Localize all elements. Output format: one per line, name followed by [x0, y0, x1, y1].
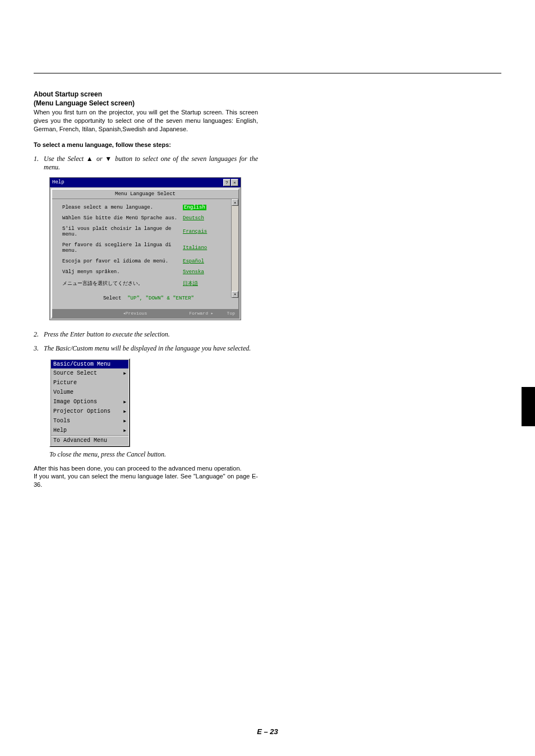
menu-item-label: To Advanced Menu [53, 437, 107, 444]
submenu-arrow-icon: ▶ [123, 428, 126, 433]
menu-item-label: Image Options [53, 399, 97, 405]
menu-item[interactable]: Image Options▶ [51, 397, 128, 407]
up-arrow-icon: ▲ [86, 155, 94, 163]
language-prompt: メニュー言語を選択してください。 [62, 280, 183, 287]
after-paragraph-1: After this has been done, you can procee… [34, 464, 258, 473]
basic-custom-menu: Basic/Custom Menu Source Select▶PictureV… [49, 358, 130, 447]
menu-item-label: Help [53, 427, 67, 434]
language-row: Wählen Sie bitte die Menü Sprache aus.De… [62, 215, 235, 221]
submenu-arrow-icon: ▶ [123, 409, 126, 414]
step-text: Use the Select ▲ or ▼ button to select o… [44, 155, 258, 172]
intro-paragraph: When you first turn on the projector, yo… [34, 108, 258, 133]
language-option[interactable]: 日本語 [183, 280, 198, 287]
language-prompt: S'il vous plaît choisir la langue de men… [62, 226, 183, 237]
steps-heading: To select a menu language, follow these … [34, 141, 258, 148]
menu-item[interactable]: Volume [51, 388, 128, 397]
language-option[interactable]: Deutsch [183, 215, 204, 221]
language-prompt: Escoja por favor el idioma de menú. [62, 259, 183, 264]
close-icon[interactable]: × [231, 179, 238, 186]
submenu-arrow-icon: ▶ [123, 399, 126, 404]
step-number: 1. [34, 155, 44, 172]
select-instruction: Select "UP", "DOWN" & "ENTER" [62, 292, 235, 306]
language-prompt: Välj menyn språken. [62, 269, 183, 275]
close-note: To close the menu, press the Cancel butt… [49, 450, 258, 459]
section-heading-2: (Menu Language Select screen) [34, 99, 258, 107]
window-titlebar: Help ?× [50, 178, 241, 187]
language-select-window: Help ?× Menu Language Select ▴ ▾ Please … [49, 177, 241, 320]
step-1: 1. Use the Select ▲ or ▼ button to selec… [34, 155, 258, 172]
menu-item-advanced[interactable]: To Advanced Menu [51, 435, 128, 445]
menu-item[interactable]: Source Select▶ [51, 368, 128, 378]
window-title: Help [52, 179, 64, 185]
menu-item[interactable]: Picture [51, 378, 128, 388]
scroll-down-icon[interactable]: ▾ [232, 291, 238, 298]
language-prompt: Per favore di scegliere la lingua di men… [62, 242, 183, 253]
submenu-arrow-icon: ▶ [123, 371, 126, 376]
menu-item[interactable]: Tools▶ [51, 416, 128, 426]
window-footer: ◂Previous Forward ▸ Top [52, 309, 238, 317]
step-text: The Basic/Custom menu will be displayed … [44, 344, 258, 353]
nav-top[interactable]: Top [227, 311, 235, 316]
language-row: Escoja por favor el idioma de menú.Españ… [62, 259, 235, 264]
menu-item-label: Volume [53, 389, 73, 395]
menu-item[interactable]: Projector Options▶ [51, 407, 128, 416]
horizontal-rule [34, 73, 501, 73]
window-header: Menu Language Select [52, 190, 238, 199]
language-row: メニュー言語を選択してください。日本語 [62, 280, 235, 287]
language-row: S'il vous plaît choisir la langue de men… [62, 226, 235, 237]
step-3: 3. The Basic/Custom menu will be display… [34, 344, 258, 353]
menu-item-label: Tools [53, 418, 70, 424]
step-text: Press the Enter button to execute the se… [44, 330, 258, 339]
language-option[interactable]: English [183, 205, 206, 210]
help-icon[interactable]: ? [223, 179, 230, 186]
menu-item-label: Picture [53, 380, 77, 386]
menu-item[interactable]: Help▶ [51, 426, 128, 435]
section-heading-1: About Startup screen [34, 90, 258, 98]
down-arrow-icon: ▼ [105, 155, 112, 163]
language-option[interactable]: Svenska [183, 269, 204, 275]
scrollbar[interactable]: ▴ ▾ [231, 199, 238, 298]
language-option[interactable]: Español [183, 259, 204, 264]
step-number: 2. [34, 330, 44, 339]
language-prompt: Wählen Sie bitte die Menü Sprache aus. [62, 215, 183, 221]
menu-title: Basic/Custom Menu [51, 360, 128, 368]
language-option[interactable]: Italiano [183, 245, 207, 251]
language-prompt: Please select a menu language. [62, 205, 183, 210]
language-option[interactable]: Français [183, 229, 207, 234]
language-row: Per favore di scegliere la lingua di men… [62, 242, 235, 253]
menu-item-label: Source Select [53, 370, 97, 376]
language-row: Välj menyn språken.Svenska [62, 269, 235, 275]
submenu-arrow-icon: ▶ [123, 418, 126, 423]
step-number: 3. [34, 344, 44, 353]
nav-previous[interactable]: ◂Previous [123, 311, 147, 316]
nav-forward[interactable]: Forward ▸ [189, 311, 213, 316]
after-paragraph-2: If you want, you can select the menu lan… [34, 472, 258, 489]
step-2: 2. Press the Enter button to execute the… [34, 330, 258, 339]
scroll-up-icon[interactable]: ▴ [232, 199, 238, 206]
language-row: Please select a menu language.English [62, 205, 235, 210]
page-number: E – 23 [0, 727, 535, 736]
side-tab [522, 387, 535, 426]
menu-item-label: Projector Options [53, 408, 110, 414]
